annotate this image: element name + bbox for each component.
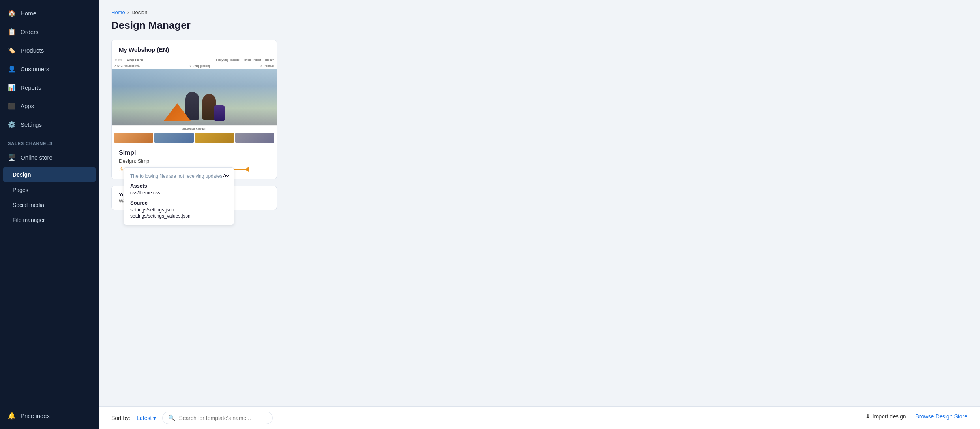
eye-icon[interactable]: 👁 — [223, 173, 229, 180]
breadcrumb: Home › Design — [111, 9, 967, 15]
tooltip-source-file-2: settings/settings_values.json — [130, 213, 227, 219]
page-title: Design Manager — [111, 19, 967, 32]
tooltip-assets-file-1: css/theme.css — [130, 190, 227, 196]
tooltip-source-file-1: settings/settings.json — [130, 207, 227, 213]
browse-design-store-button[interactable]: Browse Design Store — [915, 413, 967, 420]
design-card-body: Simpl Design: Simpl ⚠ Receiving partial … — [112, 144, 277, 179]
sidebar-sub-item-social-media[interactable]: Social media — [0, 198, 99, 213]
design-preview: Simpl Theme Forsyning Indsider Hoved Ind… — [112, 57, 277, 144]
sidebar-item-products[interactable]: 🏷️ Products — [0, 41, 99, 60]
bottom-bar: Sort by: Latest ▾ 🔍 — [99, 406, 980, 429]
sidebar-sub-item-pages[interactable]: Pages — [0, 183, 99, 198]
online-store-icon: 🖥️ — [8, 154, 16, 161]
breadcrumb-home[interactable]: Home — [111, 9, 125, 15]
sidebar-item-reports[interactable]: 📊 Reports — [0, 78, 99, 97]
sidebar-item-online-store[interactable]: 🖥️ Online store — [0, 148, 99, 167]
search-input[interactable] — [179, 415, 267, 421]
design-card-webshop-name: My Webshop (EN) — [112, 40, 277, 57]
main-area: Home › Design Design Manager My Webshop … — [99, 0, 980, 429]
settings-icon: ⚙️ — [8, 121, 16, 128]
preview-categories: Shop efter Kategori — [112, 125, 277, 132]
sidebar-sub-item-design[interactable]: Design — [3, 167, 96, 182]
main-content: Home › Design Design Manager My Webshop … — [99, 0, 980, 406]
sidebar-item-price-index[interactable]: 🔔 Price index — [0, 406, 99, 425]
search-icon: 🔍 — [168, 414, 176, 421]
preview-thumbs — [112, 132, 277, 144]
chevron-down-icon: ▾ — [153, 415, 156, 421]
sidebar: 🏠 Home 📋 Orders 🏷️ Products 👤 Customers … — [0, 0, 99, 429]
sales-channels-label: SALES CHANNELS — [0, 134, 99, 148]
sidebar-item-home[interactable]: 🏠 Home — [0, 4, 99, 23]
preview-hero — [112, 69, 277, 125]
orders-icon: 📋 — [8, 28, 16, 36]
price-index-icon: 🔔 — [8, 412, 16, 420]
tooltip-source-label: Source — [130, 200, 227, 206]
sort-select[interactable]: Latest ▾ — [137, 415, 156, 421]
import-design-button[interactable]: ⬇ Import design — [866, 413, 906, 420]
sidebar-sub-item-file-manager[interactable]: File manager — [0, 213, 99, 228]
reports-icon: 📊 — [8, 84, 16, 91]
tooltip-assets-label: Assets — [130, 183, 227, 189]
search-bar: 🔍 — [162, 412, 273, 424]
breadcrumb-separator: › — [127, 9, 129, 15]
design-sub-label: Design: Simpl — [119, 158, 270, 164]
breadcrumb-current: Design — [131, 9, 147, 15]
preview-toolbar: Simpl Theme Forsyning Indsider Hoved Ind… — [112, 57, 277, 63]
home-icon: 🏠 — [8, 9, 16, 17]
products-icon: 🏷️ — [8, 47, 16, 54]
apps-icon: ⬛ — [8, 102, 16, 110]
sidebar-item-settings[interactable]: ⚙️ Settings — [0, 115, 99, 134]
preview-nav: ✓ S4G Naturboremål ⊙ Nytlig grassing ◎ P… — [112, 63, 277, 69]
design-card: My Webshop (EN) Simpl Theme Forsyning In… — [111, 40, 277, 179]
import-icon: ⬇ — [866, 413, 870, 420]
tooltip-header: The following files are not receiving up… — [130, 173, 227, 179]
customers-icon: 👤 — [8, 65, 16, 73]
design-theme-name: Simpl — [119, 149, 270, 156]
sidebar-item-apps[interactable]: ⬛ Apps — [0, 97, 99, 115]
footer-actions: ⬇ Import design Browse Design Store — [866, 413, 967, 420]
sidebar-item-customers[interactable]: 👤 Customers — [0, 60, 99, 78]
sidebar-item-orders[interactable]: 📋 Orders — [0, 23, 99, 41]
update-tooltip: 👁 The following files are not receiving … — [124, 167, 234, 225]
sort-by-label: Sort by: — [111, 415, 130, 421]
